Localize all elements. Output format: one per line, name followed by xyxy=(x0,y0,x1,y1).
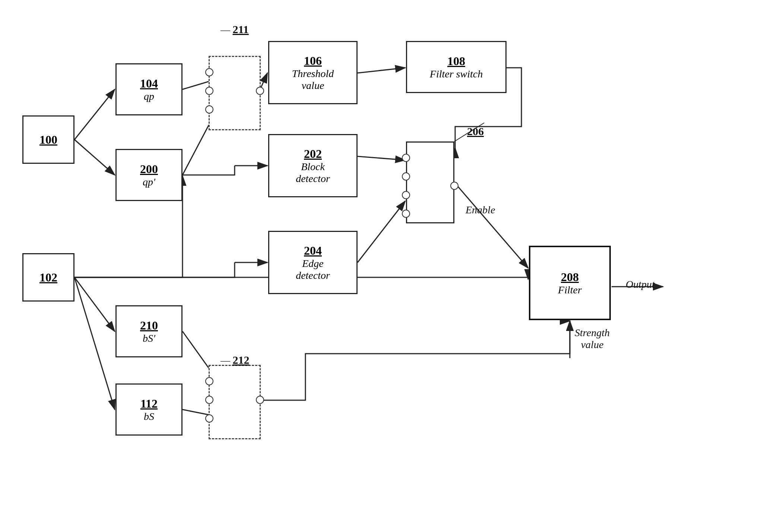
block-112-sub: bS xyxy=(144,411,154,423)
enable-label: Enable xyxy=(466,204,495,216)
block-106-sub1: Threshold xyxy=(292,68,334,80)
strength-label: Strengthvalue xyxy=(570,327,615,351)
block-100-label: 100 xyxy=(39,133,57,147)
block-200-sub: qp' xyxy=(143,176,155,188)
block-202-label: 202 xyxy=(304,147,322,161)
block-202: 202 Block detector xyxy=(268,134,358,197)
block-204-sub1: Edge xyxy=(302,258,324,270)
svg-line-3 xyxy=(74,140,115,175)
block-206 xyxy=(406,141,454,223)
ref-212-label: — 212 xyxy=(220,354,250,366)
block-210: 210 bS' xyxy=(115,305,183,357)
block-208-label: 208 xyxy=(561,270,579,284)
mux-211 xyxy=(209,56,261,130)
svg-line-2 xyxy=(74,89,115,140)
block-108-label: 108 xyxy=(447,54,465,68)
svg-line-14 xyxy=(358,156,405,160)
block-100: 100 xyxy=(22,115,74,164)
svg-line-6 xyxy=(74,277,115,331)
ref-211-label: — 211 xyxy=(220,23,249,36)
block-200: 200 qp' xyxy=(115,149,183,201)
block-112: 112 bS xyxy=(115,383,183,436)
svg-line-16 xyxy=(454,182,528,268)
block-204-sub2: detector xyxy=(296,270,330,281)
block-112-label: 112 xyxy=(140,397,158,411)
block-106: 106 Threshold value xyxy=(268,41,358,104)
block-104-sub: qp xyxy=(144,90,154,102)
ref-206-label: 206 xyxy=(467,125,484,138)
block-204-label: 204 xyxy=(304,244,322,258)
block-208: 208 Filter xyxy=(529,246,611,320)
block-204: 204 Edge detector xyxy=(268,231,358,294)
mux-212 xyxy=(209,365,261,439)
block-208-sub: Filter xyxy=(558,284,582,296)
block-108-sub: Filter switch xyxy=(430,68,483,80)
block-104-label: 104 xyxy=(140,77,158,90)
block-202-sub1: Block xyxy=(301,161,325,173)
svg-line-7 xyxy=(74,277,115,410)
svg-line-11 xyxy=(358,68,405,73)
block-210-label: 210 xyxy=(140,319,158,332)
block-108: 108 Filter switch xyxy=(406,41,507,93)
svg-line-15 xyxy=(358,201,405,262)
block-202-sub2: detector xyxy=(296,173,330,185)
block-210-sub: bS' xyxy=(143,332,155,344)
output-label: Output xyxy=(626,278,655,290)
block-104: 104 qp xyxy=(115,63,183,115)
block-106-sub2: value xyxy=(302,80,324,92)
block-102: 102 xyxy=(22,253,74,302)
block-102-label: 102 xyxy=(39,271,57,284)
block-106-label: 106 xyxy=(304,54,322,68)
diagram: 100 102 104 qp 200 qp' 106 Threshold val… xyxy=(0,0,768,532)
block-200-label: 200 xyxy=(140,162,158,176)
